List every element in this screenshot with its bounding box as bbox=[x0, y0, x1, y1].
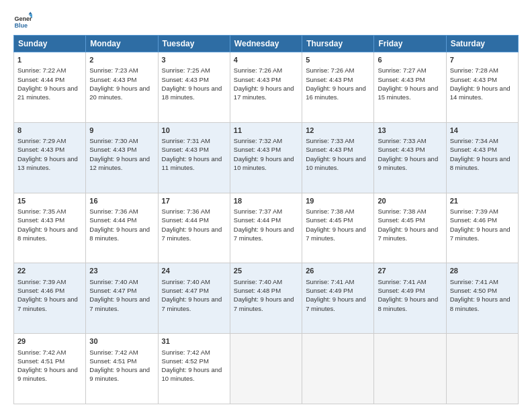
sunrise-label: Sunrise: 7:42 AM bbox=[17, 349, 66, 356]
sunset-label: Sunset: 4:44 PM bbox=[234, 216, 281, 224]
sunrise-label: Sunrise: 7:29 AM bbox=[17, 137, 66, 144]
daylight-label: Daylight: 9 hours and 20 minutes. bbox=[89, 85, 150, 101]
day-cell: 4Sunrise: 7:26 AMSunset: 4:43 PMDaylight… bbox=[230, 52, 302, 123]
sunset-label: Sunset: 4:43 PM bbox=[306, 146, 353, 153]
day-cell: 3Sunrise: 7:25 AMSunset: 4:43 PMDaylight… bbox=[158, 52, 230, 123]
day-cell: 25Sunrise: 7:40 AMSunset: 4:48 PMDayligh… bbox=[230, 263, 302, 334]
daylight-label: Daylight: 9 hours and 7 minutes. bbox=[234, 295, 294, 312]
sunrise-label: Sunrise: 7:38 AM bbox=[306, 208, 354, 215]
col-header-monday: Monday bbox=[86, 36, 158, 52]
sunset-label: Sunset: 4:48 PM bbox=[234, 287, 281, 294]
day-number: 6 bbox=[378, 55, 442, 65]
day-number: 3 bbox=[162, 55, 226, 65]
day-number: 22 bbox=[17, 266, 82, 276]
sunset-label: Sunset: 4:44 PM bbox=[89, 216, 136, 224]
day-number: 18 bbox=[234, 196, 298, 206]
daylight-label: Daylight: 9 hours and 15 minutes. bbox=[378, 85, 438, 101]
day-number: 31 bbox=[162, 336, 226, 347]
sunrise-label: Sunrise: 7:41 AM bbox=[306, 278, 354, 285]
sunrise-label: Sunrise: 7:32 AM bbox=[234, 137, 282, 144]
daylight-label: Daylight: 9 hours and 7 minutes. bbox=[162, 226, 222, 242]
sunrise-label: Sunrise: 7:33 AM bbox=[306, 137, 354, 144]
sunrise-label: Sunrise: 7:34 AM bbox=[450, 137, 498, 144]
week-row-2: 8Sunrise: 7:29 AMSunset: 4:43 PMDaylight… bbox=[14, 122, 519, 193]
day-number: 7 bbox=[450, 55, 515, 65]
daylight-label: Daylight: 9 hours and 8 minutes. bbox=[450, 155, 511, 171]
sunrise-label: Sunrise: 7:36 AM bbox=[89, 208, 138, 215]
day-number: 9 bbox=[89, 126, 154, 136]
sunset-label: Sunset: 4:52 PM bbox=[162, 357, 209, 365]
daylight-label: Daylight: 9 hours and 9 minutes. bbox=[89, 366, 150, 382]
day-number: 11 bbox=[234, 126, 298, 136]
svg-marker-2 bbox=[28, 11, 32, 14]
day-cell: 30Sunrise: 7:42 AMSunset: 4:51 PMDayligh… bbox=[86, 334, 158, 404]
daylight-label: Daylight: 9 hours and 8 minutes. bbox=[17, 226, 78, 242]
day-number: 8 bbox=[17, 126, 82, 136]
day-cell: 9Sunrise: 7:30 AMSunset: 4:43 PMDaylight… bbox=[86, 122, 158, 193]
day-cell: 6Sunrise: 7:27 AMSunset: 4:43 PMDaylight… bbox=[374, 52, 446, 123]
sunset-label: Sunset: 4:49 PM bbox=[306, 287, 353, 294]
day-cell: 20Sunrise: 7:38 AMSunset: 4:45 PMDayligh… bbox=[374, 193, 446, 263]
week-row-1: 1Sunrise: 7:22 AMSunset: 4:44 PMDaylight… bbox=[14, 52, 519, 123]
day-number: 12 bbox=[306, 126, 370, 136]
col-header-thursday: Thursday bbox=[302, 36, 374, 52]
sunset-label: Sunset: 4:44 PM bbox=[17, 76, 64, 83]
day-cell: 27Sunrise: 7:41 AMSunset: 4:49 PMDayligh… bbox=[374, 263, 446, 334]
sunset-label: Sunset: 4:45 PM bbox=[378, 216, 425, 224]
week-row-3: 15Sunrise: 7:35 AMSunset: 4:43 PMDayligh… bbox=[14, 193, 519, 263]
day-number: 24 bbox=[162, 266, 226, 276]
day-number: 16 bbox=[89, 196, 154, 206]
day-cell: 15Sunrise: 7:35 AMSunset: 4:43 PMDayligh… bbox=[14, 193, 86, 263]
col-header-wednesday: Wednesday bbox=[230, 36, 302, 52]
day-cell: 1Sunrise: 7:22 AMSunset: 4:44 PMDaylight… bbox=[14, 52, 86, 123]
daylight-label: Daylight: 9 hours and 8 minutes. bbox=[89, 226, 150, 242]
sunrise-label: Sunrise: 7:40 AM bbox=[89, 278, 138, 285]
sunrise-label: Sunrise: 7:23 AM bbox=[89, 66, 138, 74]
sunrise-label: Sunrise: 7:41 AM bbox=[450, 278, 498, 285]
sunset-label: Sunset: 4:46 PM bbox=[17, 287, 64, 294]
sunset-label: Sunset: 4:43 PM bbox=[17, 216, 64, 224]
logo: General Blue bbox=[13, 11, 32, 30]
day-number: 28 bbox=[450, 266, 515, 276]
day-cell: 28Sunrise: 7:41 AMSunset: 4:50 PMDayligh… bbox=[446, 263, 518, 334]
sunrise-label: Sunrise: 7:40 AM bbox=[162, 278, 210, 285]
sunrise-label: Sunrise: 7:22 AM bbox=[17, 66, 66, 74]
sunrise-label: Sunrise: 7:42 AM bbox=[89, 349, 138, 356]
day-cell: 7Sunrise: 7:28 AMSunset: 4:43 PMDaylight… bbox=[446, 52, 518, 123]
daylight-label: Daylight: 9 hours and 12 minutes. bbox=[89, 155, 150, 171]
day-number: 20 bbox=[378, 196, 442, 206]
sunset-label: Sunset: 4:43 PM bbox=[306, 76, 353, 83]
day-cell: 24Sunrise: 7:40 AMSunset: 4:47 PMDayligh… bbox=[158, 263, 230, 334]
col-header-saturday: Saturday bbox=[446, 36, 518, 52]
day-number: 15 bbox=[17, 196, 82, 206]
daylight-label: Daylight: 9 hours and 7 minutes. bbox=[89, 295, 150, 312]
daylight-label: Daylight: 9 hours and 14 minutes. bbox=[450, 85, 511, 101]
sunset-label: Sunset: 4:44 PM bbox=[162, 216, 209, 224]
daylight-label: Daylight: 9 hours and 7 minutes. bbox=[306, 295, 366, 312]
header: General Blue bbox=[13, 11, 519, 30]
day-number: 21 bbox=[450, 196, 515, 206]
day-cell: 2Sunrise: 7:23 AMSunset: 4:43 PMDaylight… bbox=[86, 52, 158, 123]
day-cell: 12Sunrise: 7:33 AMSunset: 4:43 PMDayligh… bbox=[302, 122, 374, 193]
sunset-label: Sunset: 4:43 PM bbox=[89, 146, 136, 153]
day-cell: 11Sunrise: 7:32 AMSunset: 4:43 PMDayligh… bbox=[230, 122, 302, 193]
sunrise-label: Sunrise: 7:41 AM bbox=[378, 278, 426, 285]
sunrise-label: Sunrise: 7:28 AM bbox=[450, 66, 498, 74]
sunset-label: Sunset: 4:43 PM bbox=[234, 76, 281, 83]
day-number: 1 bbox=[17, 55, 82, 65]
daylight-label: Daylight: 9 hours and 7 minutes. bbox=[17, 295, 78, 312]
daylight-label: Daylight: 9 hours and 9 minutes. bbox=[378, 155, 438, 171]
svg-text:Blue: Blue bbox=[14, 22, 28, 29]
calendar-table: SundayMondayTuesdayWednesdayThursdayFrid… bbox=[13, 35, 519, 404]
day-cell: 19Sunrise: 7:38 AMSunset: 4:45 PMDayligh… bbox=[302, 193, 374, 263]
sunset-label: Sunset: 4:51 PM bbox=[17, 357, 64, 365]
week-row-4: 22Sunrise: 7:39 AMSunset: 4:46 PMDayligh… bbox=[14, 263, 519, 334]
daylight-label: Daylight: 9 hours and 7 minutes. bbox=[162, 295, 222, 312]
week-row-5: 29Sunrise: 7:42 AMSunset: 4:51 PMDayligh… bbox=[14, 334, 519, 404]
day-number: 30 bbox=[89, 336, 154, 347]
daylight-label: Daylight: 9 hours and 16 minutes. bbox=[306, 85, 366, 101]
col-header-sunday: Sunday bbox=[14, 36, 86, 52]
day-cell bbox=[230, 334, 302, 404]
sunrise-label: Sunrise: 7:25 AM bbox=[162, 66, 210, 74]
day-number: 10 bbox=[162, 126, 226, 136]
